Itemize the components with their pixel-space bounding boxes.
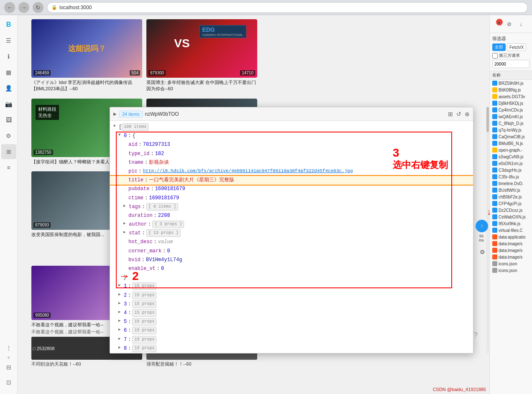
forward-button[interactable]: →	[18, 2, 29, 13]
file-item-1[interactable]: BitK0BNg.js	[490, 86, 532, 93]
sidebar-icon-grid[interactable]: ▦	[1, 65, 16, 80]
file-item-16[interactable]: BUsflWtV.js	[490, 187, 532, 193]
json-value-bvid: BV1Hm4y1L74g	[146, 256, 182, 264]
sidebar-icon-sliders[interactable]: ≡	[1, 160, 16, 175]
file-item-10[interactable]: open-graph.-	[490, 147, 532, 153]
filter-btn-all[interactable]: 全部	[492, 43, 506, 51]
file-item-24[interactable]: data:image/s	[490, 240, 532, 247]
json-toggle-0[interactable]: ▼	[118, 132, 123, 138]
back-button[interactable]: ←	[4, 2, 15, 13]
file-item-20[interactable]: CeWabOXN.js	[490, 214, 532, 220]
main-content: 这能说吗？ 246459 504 《アイドル》Idol 李艺彤演绎超越时代的偶像…	[0, 15, 532, 394]
file-item-6[interactable]: C_8Nqh_D.js	[490, 120, 532, 127]
file-item-26[interactable]: data:image/s	[490, 254, 532, 260]
file-item-12[interactable]: e0xDN1rm.js	[490, 160, 532, 167]
json-value-pic[interactable]: http://i0.hdslb.com/bfs/archive/4e098114…	[143, 168, 353, 175]
json-value-author[interactable]: { 3 props }	[152, 221, 184, 228]
address-bar[interactable]: 🔒 localhost:3000	[47, 2, 528, 13]
sidebar-icon-logo[interactable]: B	[1, 17, 16, 32]
file-item-21[interactable]: 95XoI9hk.js	[490, 220, 532, 227]
json-tree[interactable]: ▼ [ 100 items ▼ 0 : { aid : 7012	[110, 121, 473, 353]
file-item-3[interactable]: Dj8kH5KDj.js	[490, 100, 532, 107]
sidebar-icon-bottom[interactable]: ⊡	[1, 375, 16, 390]
devtools-icon-2[interactable]: ⊘	[504, 19, 514, 29]
json-row-bvid: bvid : BV1Hm4y1L74g	[110, 256, 473, 264]
file-icon-15	[492, 181, 497, 186]
scrollbar-thumb[interactable]	[486, 107, 489, 132]
sidebar-icon-grid2[interactable]: ⊞	[1, 144, 16, 159]
filter-btn-fetch[interactable]: Fetch/X	[507, 43, 526, 51]
question-mark[interactable]: ?	[473, 331, 478, 340]
json-value-tags[interactable]: [ 0 items ]	[146, 203, 178, 211]
json-session-id: nzWpW0bTOO	[145, 111, 179, 117]
json-row-8: ▶ 8 : 15 props	[110, 344, 473, 353]
file-icon-0	[492, 81, 497, 86]
json-toggle-8[interactable]: ▶	[118, 345, 123, 351]
devtools-settings-icon[interactable]: ⚙	[477, 247, 487, 257]
json-row-7: ▶ 7 : 15 props	[110, 336, 473, 344]
json-toggle-3[interactable]: ▶	[118, 300, 123, 306]
file-item-9[interactable]: BMuIB6_N.js	[490, 140, 532, 147]
json-action-copy[interactable]: ⊕	[465, 111, 470, 117]
file-item-13[interactable]: C3dxgrHo.js	[490, 167, 532, 173]
file-item-17[interactable]: chB0bF2e.js	[490, 193, 532, 200]
refresh-button[interactable]: ↻	[33, 2, 43, 13]
file-icon-28	[492, 268, 497, 273]
json-toggle-4[interactable]: ▶	[118, 309, 123, 315]
scroll-indicator[interactable]: ↑	[476, 220, 488, 232]
file-icon-20	[492, 214, 497, 219]
devtools-icon-3[interactable]: ↓	[516, 19, 526, 29]
file-item-19[interactable]: Dz2CDcxz.js	[490, 207, 532, 214]
json-toggle-tags[interactable]: ▶	[123, 203, 128, 209]
file-item-7[interactable]: q7q-hnWy.js	[490, 127, 532, 133]
json-value-stat[interactable]: { 13 props }	[146, 229, 181, 237]
json-toggle-author[interactable]: ▶	[123, 221, 128, 226]
view-count-2: 1382750	[33, 150, 53, 155]
file-item-23[interactable]: data:applicatio	[490, 234, 532, 240]
json-items-count[interactable]: 100 items	[122, 123, 148, 131]
file-item-28[interactable]: icons.json	[490, 267, 532, 274]
scrollbar-track	[486, 107, 489, 353]
json-toggle-2[interactable]: ▶	[118, 292, 123, 297]
sidebar-icon-image[interactable]: 🖼	[1, 112, 16, 127]
json-action-filter[interactable]: ⊞	[448, 111, 453, 117]
json-toggle-stat[interactable]: ▶	[123, 229, 128, 235]
json-toggle-1[interactable]: ▶	[118, 282, 123, 288]
file-item-15[interactable]: timeline.DvD.	[490, 180, 532, 187]
sidebar-icon-info[interactable]: ℹ	[1, 49, 16, 64]
file-item-0[interactable]: BRZ59h9H.js	[490, 80, 532, 86]
comment-count-1: 504	[130, 70, 140, 76]
file-item-11[interactable]: sSwgCvN9.js	[490, 153, 532, 160]
json-value-tname: 影视杂谈	[149, 159, 169, 167]
file-item-25[interactable]: data:image/s	[490, 247, 532, 254]
file-item-22[interactable]: virtual-files.C	[490, 227, 532, 234]
file-icon-26	[492, 254, 497, 259]
file-item-18[interactable]: CFP4gcPi.js	[490, 200, 532, 207]
json-collapse-btn[interactable]: ▶	[113, 112, 117, 116]
file-item-27[interactable]: icons.json	[490, 260, 532, 267]
sidebar-icon-user[interactable]: 👤	[1, 81, 16, 96]
file-item-5[interactable]: iwQAEmKI.js	[490, 113, 532, 120]
json-toggle-7[interactable]: ▶	[118, 336, 123, 342]
filter-checkbox-third[interactable]: 第三方请求	[492, 53, 529, 58]
json-toggle-5[interactable]: ▶	[118, 318, 123, 324]
sidebar-icon-filter[interactable]: ⊟	[1, 360, 16, 375]
bottom-titles: 不同职业的天花板！--60 强哥配音揭秘！！--60	[31, 361, 257, 367]
json-toggle-6[interactable]: ▶	[118, 327, 123, 333]
devtools-icon-1[interactable]: ●	[496, 19, 503, 25]
sidebar-icon-list[interactable]: ☰	[1, 33, 16, 48]
file-icon-9	[492, 141, 497, 146]
sidebar-icon-cam[interactable]: 📷	[1, 97, 16, 112]
third-party-checkbox[interactable]	[492, 53, 498, 58]
file-item-14[interactable]: C35r-I8u.js	[490, 173, 532, 180]
file-item-8[interactable]: CaQmwCtB.js	[490, 133, 532, 140]
json-action-refresh[interactable]: ↺	[456, 111, 461, 117]
json-value-aid: 701297313	[143, 141, 170, 149]
file-item-4[interactable]: Cp4ImCDv.js	[490, 107, 532, 113]
sidebar-icon-settings[interactable]: ⚙	[1, 128, 16, 143]
json-row-stat: ▶ stat : { 13 props }	[110, 229, 473, 238]
sidebar-icon-dots[interactable]: ⋮	[1, 341, 16, 356]
json-toggle-root[interactable]: ▼	[113, 123, 118, 129]
filter-input[interactable]	[492, 60, 529, 68]
file-item-2[interactable]: assets.DGT3v	[490, 93, 532, 100]
